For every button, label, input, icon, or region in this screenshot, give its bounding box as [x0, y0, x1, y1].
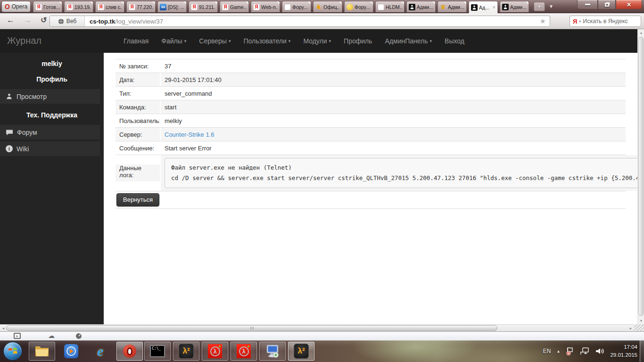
- table-row-log-data: Данные лога: Файл server.exe не найден (…: [116, 155, 626, 191]
- taskbar-internet-explorer-button[interactable]: e: [87, 342, 114, 361]
- browser-toolbar: ← → ↻ Веб cs-top.tk/log_view/view/37 ★ Я…: [0, 13, 644, 29]
- sidebar-heading-profile: Профиль: [0, 75, 104, 83]
- sidebar-item-wiki[interactable]: i Wiki: [0, 141, 100, 156]
- close-button[interactable]: ✕: [616, 0, 642, 9]
- nav-item-profile[interactable]: Профиль: [344, 37, 372, 45]
- show-desktop-button[interactable]: [640, 340, 644, 362]
- browser-tab[interactable]: Я91.211....: [189, 1, 218, 12]
- nav-item-files[interactable]: Файлы▾: [161, 37, 186, 45]
- minimize-button[interactable]: [577, 0, 598, 9]
- browser-tab[interactable]: HLDM...: [375, 1, 405, 12]
- browser-tab[interactable]: Яслив с...: [95, 1, 124, 12]
- taskbar-opera-button[interactable]: [116, 342, 143, 361]
- back-to-list-button[interactable]: Вернуться: [116, 193, 159, 206]
- scroll-right-icon[interactable]: ►: [627, 325, 634, 331]
- browser-tab[interactable]: Я77.220....: [126, 1, 156, 12]
- site-badge[interactable]: Веб: [50, 16, 85, 26]
- nav-item-modules[interactable]: Модули▾: [303, 37, 331, 45]
- browser-tab[interactable]: ЯWeb-п...: [251, 1, 280, 12]
- clock[interactable]: 17:04 29.01.2015: [610, 343, 637, 360]
- browser-tab-active[interactable]: Ад...×: [469, 1, 498, 13]
- page-header: Журнал Главная Файлы▾ Серверы▾ Пользоват…: [0, 29, 644, 53]
- taskbar-command-prompt-button[interactable]: C:\_: [144, 342, 171, 361]
- counter-strike-favicon: [502, 4, 509, 10]
- chat-icon: [6, 129, 13, 136]
- table-row: Дата: 29-01-2015 17:01:40: [116, 73, 626, 87]
- browser-tab[interactable]: Фору...: [344, 1, 373, 12]
- browser-tab[interactable]: ЯГотов...: [33, 1, 62, 12]
- opera-logo-icon: O: [5, 3, 10, 10]
- browser-tab[interactable]: Адми...: [500, 1, 529, 12]
- taskbar-half-life-2-button-2[interactable]: λ²: [288, 342, 314, 361]
- user-icon: [6, 93, 13, 100]
- yandex-favicon: Я: [98, 4, 104, 10]
- search-box[interactable]: Я ▾ Искать в Яндекс: [570, 16, 641, 27]
- taskbar-counter-strike-button-2[interactable]: λ: [231, 342, 257, 361]
- forward-button[interactable]: →: [24, 16, 32, 25]
- sidebar-item-forum[interactable]: Форум: [0, 125, 100, 140]
- opera-menu-button[interactable]: O Opera: [1, 1, 31, 12]
- yandex-search-icon: Я: [573, 18, 577, 25]
- browser-tab[interactable]: ♛Адми...: [438, 1, 467, 12]
- scroll-down-icon[interactable]: ▼: [638, 317, 644, 324]
- sidebar-username: melkiy: [0, 60, 104, 67]
- table-row: № записи: 37: [116, 59, 626, 73]
- volume-icon[interactable]: [595, 347, 604, 355]
- row-label: Сервер:: [116, 128, 160, 141]
- horizontal-scrollbar-thumb[interactable]: [6, 325, 497, 331]
- nav-item-adminpanel[interactable]: АдминПанель▾: [385, 37, 432, 45]
- browser-tab[interactable]: ♞Офиц...: [313, 1, 342, 12]
- tray-date: 29.01.2015: [610, 351, 637, 359]
- search-placeholder: Искать в Яндекс: [583, 18, 628, 25]
- browser-tab[interactable]: ЯGame...: [220, 1, 249, 12]
- back-button[interactable]: ←: [7, 16, 15, 25]
- nav-item-users[interactable]: Пользователи▾: [243, 37, 290, 45]
- bookmark-star-icon[interactable]: ★: [540, 17, 546, 25]
- url-path: /log_view/view/37: [115, 18, 163, 25]
- vertical-scrollbar[interactable]: ▲ ▼: [637, 29, 644, 324]
- taskbar-counter-strike-button[interactable]: λ: [202, 342, 228, 361]
- taskbar-remote-desktop-button[interactable]: [259, 342, 286, 361]
- action-center-flag-icon[interactable]: [566, 347, 574, 355]
- nav-item-logout[interactable]: Выход: [445, 37, 464, 45]
- address-bar[interactable]: Веб cs-top.tk/log_view/view/37 ★: [50, 16, 550, 27]
- network-icon[interactable]: [580, 347, 589, 355]
- restore-button[interactable]: [598, 0, 616, 9]
- language-indicator[interactable]: EN: [543, 348, 551, 354]
- vertical-scrollbar-thumb[interactable]: [638, 37, 644, 316]
- nav-item-servers[interactable]: Серверы▾: [199, 37, 231, 45]
- start-button[interactable]: [3, 342, 22, 361]
- sidebar: melkiy Профиль Просмотр Тех. Поддержка Ф…: [0, 53, 104, 324]
- browser-tab[interactable]: Я193.19...: [64, 1, 93, 12]
- search-engine-caret-icon[interactable]: ▾: [579, 19, 581, 24]
- chevron-down-icon: ▾: [430, 39, 432, 43]
- row-label: Вернуться: [116, 191, 160, 208]
- page-title: Журнал: [7, 35, 41, 46]
- taskbar-half-life-2-button[interactable]: λ²: [173, 342, 199, 361]
- panels-toggle-icon[interactable]: ▸: [14, 333, 21, 339]
- server-link[interactable]: Counter-Strike 1.6: [165, 131, 215, 138]
- speed-gauge-icon[interactable]: [75, 333, 82, 339]
- taskbar: e C:\_ λ² λ λ λ² EN ▲ 17:04: [0, 340, 644, 362]
- taskbar-media-player-button[interactable]: [58, 342, 84, 361]
- browser-tab[interactable]: Фору...: [282, 1, 311, 12]
- remote-desktop-icon: [265, 344, 280, 358]
- nav-item-home[interactable]: Главная: [124, 37, 149, 45]
- reload-button[interactable]: ↻: [41, 16, 47, 25]
- taskbar-windows-explorer-button[interactable]: [29, 342, 55, 361]
- browser-tab[interactable]: Адми...: [406, 1, 436, 12]
- scroll-up-icon[interactable]: ▲: [638, 29, 644, 36]
- new-tab-button[interactable]: +: [534, 2, 545, 11]
- tab-overflow-icon[interactable]: ▼: [549, 4, 553, 9]
- table-row: Сообщение: Start server Error: [116, 141, 626, 155]
- browser-tab[interactable]: ds[DS]: ...: [157, 1, 187, 12]
- scroll-left-icon[interactable]: ◄: [0, 325, 7, 331]
- row-value: 29-01-2015 17:01:40: [161, 73, 626, 86]
- show-hidden-icons-icon[interactable]: ▲: [557, 349, 561, 354]
- sidebar-item-view[interactable]: Просмотр: [0, 89, 100, 104]
- tab-close-icon[interactable]: ×: [493, 5, 495, 10]
- horizontal-scrollbar[interactable]: ◄ ►: [0, 324, 634, 331]
- opera-turbo-cloud-icon[interactable]: ☁: [48, 332, 55, 339]
- tray-time: 17:04: [610, 343, 637, 351]
- yandex-favicon: Я: [66, 4, 73, 10]
